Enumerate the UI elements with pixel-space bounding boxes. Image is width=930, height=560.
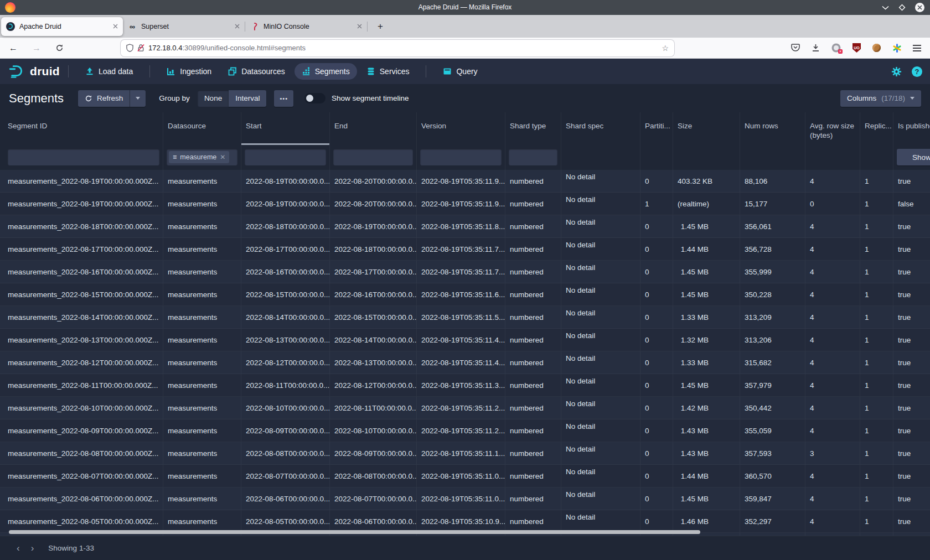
cell-avg_row_size[interactable]: 4	[805, 488, 860, 510]
cell-start[interactable]: 2022-08-19T00:00:00.0...	[241, 170, 330, 192]
cell-version[interactable]: 2022-08-19T05:35:11.4...	[417, 351, 505, 374]
cell-replication[interactable]: 1	[860, 510, 893, 532]
table-row[interactable]: measurements_2022-08-05T00:00:00.000Z...…	[0, 510, 930, 533]
cell-shard_type[interactable]: numbered	[505, 215, 561, 237]
cell-shard_type[interactable]: numbered	[505, 261, 561, 283]
cell-partition[interactable]: 0	[640, 215, 673, 237]
cell-end[interactable]: 2022-08-17T00:00:00.0...	[330, 261, 417, 283]
cell-end[interactable]: 2022-08-20T00:00:00.0...	[330, 170, 417, 192]
cell-segment_id[interactable]: measurements_2022-08-08T00:00:00.000Z...	[0, 442, 163, 464]
cell-version[interactable]: 2022-08-19T05:35:11.4...	[417, 329, 505, 351]
cell-avg_row_size[interactable]: 4	[805, 351, 860, 374]
cell-replication[interactable]: 1	[860, 374, 893, 396]
cell-segment_id[interactable]: measurements_2022-08-19T00:00:00.000Z...	[0, 170, 163, 192]
cell-replication[interactable]: 1	[860, 465, 893, 487]
cell-is_published[interactable]: true	[893, 351, 930, 374]
table-row[interactable]: measurements_2022-08-13T00:00:00.000Z...…	[0, 329, 930, 351]
filter-input-version[interactable]	[420, 149, 502, 165]
cell-partition[interactable]: 0	[640, 351, 673, 374]
cell-shard_spec[interactable]: No detail	[561, 510, 640, 532]
cell-size[interactable]: 1.45 MB	[673, 261, 740, 283]
cell-version[interactable]: 2022-08-19T05:35:11.2...	[417, 397, 505, 419]
cell-is_published[interactable]: true	[893, 374, 930, 396]
cell-segment_id[interactable]: measurements_2022-08-12T00:00:00.000Z...	[0, 351, 163, 374]
cell-partition[interactable]: 0	[640, 170, 673, 192]
cell-shard_type[interactable]: numbered	[505, 397, 561, 419]
cell-avg_row_size[interactable]: 4	[805, 419, 860, 442]
cell-end[interactable]: 2022-08-06T00:00:00.0...	[330, 510, 417, 532]
cell-version[interactable]: 2022-08-19T05:35:11.9...	[417, 193, 505, 215]
cell-num_rows[interactable]	[740, 533, 805, 536]
bookmark-star-icon[interactable]: ☆	[662, 44, 669, 53]
cell-end[interactable]: 2022-08-10T00:00:00.0...	[330, 419, 417, 442]
cell-version[interactable]: 2022-08-19T05:35:10.9...	[417, 510, 505, 532]
cookie-icon[interactable]	[872, 44, 881, 52]
column-header-version[interactable]: Version	[417, 112, 505, 145]
cell-replication[interactable]: 1	[860, 283, 893, 305]
table-row[interactable]: measurements_2022-08-10T00:00:00.000Z...…	[0, 397, 930, 419]
group-by-none-button[interactable]: None	[198, 90, 229, 107]
cell-avg_row_size[interactable]: 4	[805, 374, 860, 396]
table-row[interactable]: measurements_2022-08-06T00:00:00.000Z...…	[0, 488, 930, 510]
cell-end[interactable]: 2022-08-12T00:00:00.0...	[330, 374, 417, 396]
cell-shard_type[interactable]: numbered	[505, 488, 561, 510]
menu-icon[interactable]	[913, 43, 921, 53]
cell-size[interactable]: 1.43 MB	[673, 442, 740, 464]
cell-avg_row_size[interactable]: 4	[805, 306, 860, 328]
column-header-start[interactable]: Start	[241, 112, 330, 145]
cell-start[interactable]: 2022-08-11T00:00:00.0...	[241, 374, 330, 396]
help-icon[interactable]: ?	[912, 66, 922, 77]
cell-partition[interactable]: 0	[640, 329, 673, 351]
cell-partition[interactable]: 0	[640, 397, 673, 419]
column-header-partition[interactable]: Partiti...	[640, 112, 673, 145]
cell-end[interactable]: 2022-08-11T00:00:00.0...	[330, 397, 417, 419]
cell-version[interactable]: 2022-08-19T05:35:11.1...	[417, 442, 505, 464]
cell-shard_type[interactable]: numbered	[505, 193, 561, 215]
cell-segment_id[interactable]: measurements_2022-08-10T00:00:00.000Z...	[0, 397, 163, 419]
nav-item-segments[interactable]: Segments	[294, 63, 357, 80]
cell-avg_row_size[interactable]	[805, 533, 860, 536]
show-filter-button[interactable]: Show	[897, 149, 930, 165]
cell-avg_row_size[interactable]: 4	[805, 261, 860, 283]
extensions-icon[interactable]: ✕	[831, 43, 841, 53]
settings-gear-icon[interactable]	[891, 66, 902, 77]
cell-is_published[interactable]: true	[893, 170, 930, 192]
window-maximize-button[interactable]	[898, 4, 906, 11]
column-header-num_rows[interactable]: Num rows	[740, 112, 805, 145]
cell-start[interactable]: 2022-08-10T00:00:00.0...	[241, 397, 330, 419]
cell-partition[interactable]: 0	[640, 419, 673, 442]
remove-filter-icon[interactable]: ✕	[220, 153, 225, 161]
column-header-avg_row_size[interactable]: Avg. row size (bytes)	[805, 112, 860, 145]
cell-is_published[interactable]: true	[893, 488, 930, 510]
cell-datasource[interactable]: measurements	[163, 329, 241, 351]
cell-shard_type[interactable]: numbered	[505, 442, 561, 464]
cell-size[interactable]: 1.44 MB	[673, 238, 740, 260]
filter-input-end[interactable]	[333, 149, 413, 165]
cell-shard_spec[interactable]: No detail	[561, 170, 640, 192]
cell-partition[interactable]: 1	[640, 193, 673, 215]
cell-datasource[interactable]: measurements	[163, 419, 241, 442]
cell-is_published[interactable]	[893, 533, 930, 536]
cell-start[interactable]: 2022-08-09T00:00:00.0...	[241, 419, 330, 442]
url-bar[interactable]: 172.18.0.4:30899/unified-console.html#se…	[121, 40, 674, 56]
cell-shard_spec[interactable]: No detail	[561, 193, 640, 215]
cell-start[interactable]: 2022-08-13T00:00:00.0...	[241, 329, 330, 351]
cell-avg_row_size[interactable]: 4	[805, 397, 860, 419]
cell-shard_spec[interactable]: No detail	[561, 397, 640, 419]
cell-version[interactable]: 2022-08-19T05:35:11.8...	[417, 215, 505, 237]
asterisk-icon[interactable]	[892, 44, 901, 53]
cell-shard_spec[interactable]: No detail	[561, 261, 640, 283]
cell-size[interactable]: 1.45 MB	[673, 488, 740, 510]
cell-replication[interactable]: 1	[860, 488, 893, 510]
more-options-button[interactable]: •••	[274, 90, 293, 107]
column-header-end[interactable]: End	[330, 112, 417, 145]
cell-replication[interactable]: 1	[860, 193, 893, 215]
cell-replication[interactable]: 1	[860, 261, 893, 283]
cell-datasource[interactable]: measurements	[163, 465, 241, 487]
cell-shard_spec[interactable]: No detail	[561, 306, 640, 328]
cell-size[interactable]: (realtime)	[673, 193, 740, 215]
table-row[interactable]: measurements_2022-08-19T00:00:00.000Z...…	[0, 170, 930, 193]
reload-button[interactable]	[55, 44, 64, 52]
cell-segment_id[interactable]: measurements_2022-08-18T00:00:00.000Z...	[0, 215, 163, 237]
cell-size[interactable]: 1.45 MB	[673, 374, 740, 396]
